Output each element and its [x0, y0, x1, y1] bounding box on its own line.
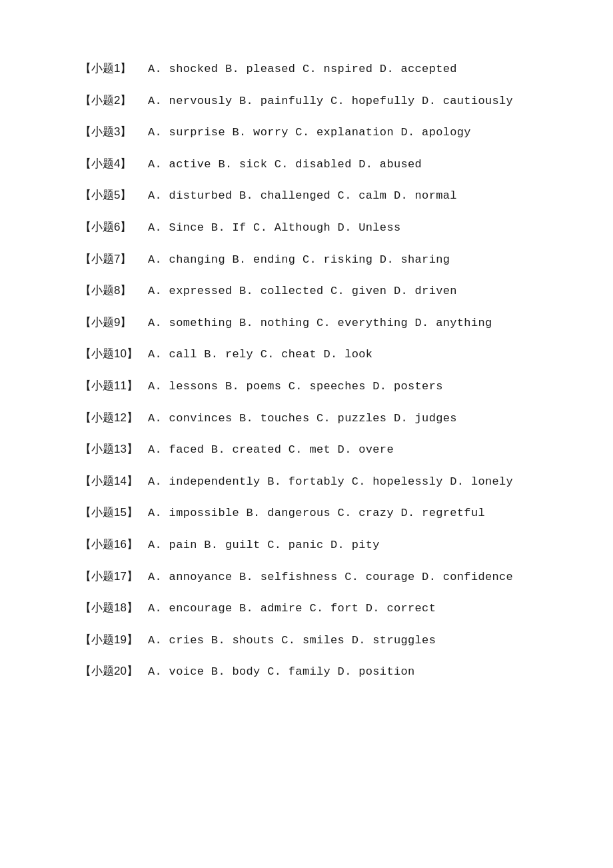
question-options: A. convinces B. touches C. puzzles D. ju… [148, 409, 457, 429]
question-options: A. voice B. body C. family D. position [148, 662, 415, 683]
question-label: 【小题12】 [80, 408, 140, 429]
question-options: A. nervously B. painfully C. hopefully D… [148, 91, 513, 112]
question-label: 【小题17】 [80, 567, 140, 587]
question-item: 【小题4】A. active B. sick C. disabled D. ab… [80, 149, 533, 181]
question-item: 【小题6】A. Since B. If C. Although D. Unles… [80, 212, 533, 244]
question-item: 【小题16】A. pain B. guilt C. panic D. pity [80, 529, 533, 561]
question-item: 【小题11】A. lessons B. poems C. speeches D.… [80, 371, 533, 403]
question-item: 【小题20】A. voice B. body C. family D. posi… [80, 656, 533, 688]
question-options: A. lessons B. poems C. speeches D. poste… [148, 377, 443, 397]
question-item: 【小题18】A. encourage B. admire C. fort D. … [80, 593, 533, 625]
question-label: 【小题15】 [80, 503, 140, 523]
question-options: A. active B. sick C. disabled D. abused [148, 155, 422, 175]
question-item: 【小题14】A. independently B. fortably C. ho… [80, 466, 533, 498]
question-label: 【小题16】 [80, 535, 140, 555]
question-item: 【小题12】A. convinces B. touches C. puzzles… [80, 403, 533, 435]
question-options: A. changing B. ending C. risking D. shar… [148, 250, 450, 271]
question-options: A. pain B. guilt C. panic D. pity [148, 535, 380, 556]
question-label: 【小题19】 [80, 630, 140, 651]
question-label: 【小题2】 [80, 91, 140, 111]
question-label: 【小题5】 [80, 185, 140, 206]
question-item: 【小题9】A. something B. nothing C. everythi… [80, 307, 533, 339]
question-options: A. faced B. created C. met D. overe [148, 440, 394, 461]
question-item: 【小题2】A. nervously B. painfully C. hopefu… [80, 85, 533, 117]
question-options: A. shocked B. pleased C. nspired D. acce… [148, 59, 457, 80]
question-options: A. cries B. shouts C. smiles D. struggle… [148, 631, 436, 651]
question-item: 【小题8】A. expressed B. collected C. given … [80, 275, 533, 307]
question-label: 【小题9】 [80, 313, 140, 333]
question-item: 【小题15】A. impossible B. dangerous C. craz… [80, 497, 533, 529]
question-item: 【小题7】A. changing B. ending C. risking D.… [80, 244, 533, 276]
question-item: 【小题3】A. surprise B. worry C. explanation… [80, 117, 533, 149]
question-label: 【小题11】 [80, 376, 140, 397]
question-label: 【小题13】 [80, 439, 140, 460]
question-item: 【小题19】A. cries B. shouts C. smiles D. st… [80, 625, 533, 657]
question-label: 【小题18】 [80, 598, 140, 619]
question-label: 【小题8】 [80, 281, 140, 301]
question-label: 【小题20】 [80, 661, 140, 682]
question-item: 【小题5】A. disturbed B. challenged C. calm … [80, 180, 533, 212]
question-options: A. disturbed B. challenged C. calm D. no… [148, 186, 457, 207]
question-label: 【小题7】 [80, 249, 140, 270]
question-options: A. independently B. fortably C. hopeless… [148, 472, 513, 493]
question-item: 【小题13】A. faced B. created C. met D. over… [80, 434, 533, 466]
question-label: 【小题10】 [80, 344, 140, 365]
question-options: A. call B. rely C. cheat D. look [148, 345, 372, 365]
question-options: A. encourage B. admire C. fort D. correc… [148, 599, 436, 619]
question-label: 【小题14】 [80, 471, 140, 492]
question-item: 【小题17】A. annoyance B. selfishness C. cou… [80, 561, 533, 593]
question-options: A. surprise B. worry C. explanation D. a… [148, 123, 471, 143]
question-options: A. Since B. If C. Although D. Unless [148, 218, 401, 239]
question-item: 【小题10】A. call B. rely C. cheat D. look [80, 339, 533, 371]
question-list: 【小题1】A. shocked B. pleased C. nspired D.… [80, 53, 533, 688]
question-label: 【小题1】 [80, 59, 140, 79]
question-item: 【小题1】A. shocked B. pleased C. nspired D.… [80, 53, 533, 85]
question-options: A. annoyance B. selfishness C. courage D… [148, 567, 513, 588]
question-label: 【小题3】 [80, 122, 140, 143]
question-options: A. expressed B. collected C. given D. dr… [148, 281, 457, 302]
question-options: A. impossible B. dangerous C. crazy D. r… [148, 503, 485, 524]
question-label: 【小题4】 [80, 154, 140, 175]
question-options: A. something B. nothing C. everything D.… [148, 313, 492, 334]
question-label: 【小题6】 [80, 217, 140, 238]
